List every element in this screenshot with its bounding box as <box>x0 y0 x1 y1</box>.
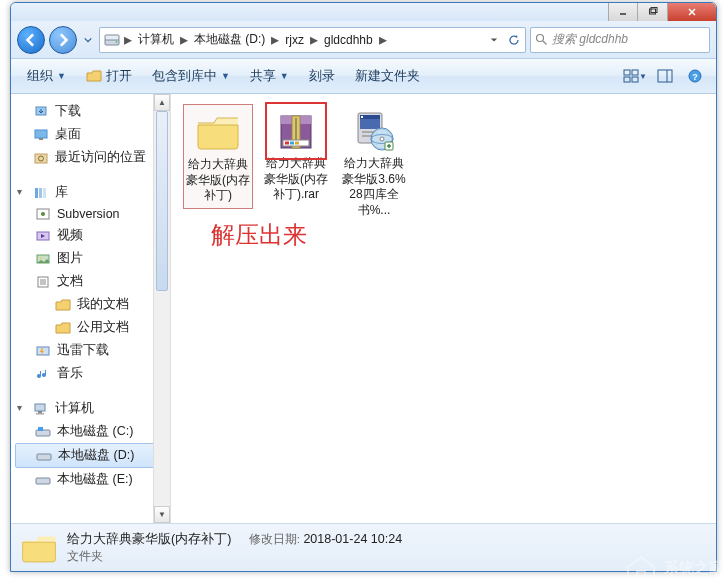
svg-point-8 <box>537 35 544 42</box>
svg-rect-20 <box>39 138 43 140</box>
file-label: 给力大辞典豪华版(内存补丁).rar <box>263 156 329 203</box>
maximize-button[interactable] <box>638 3 668 21</box>
status-name: 给力大辞典豪华版(内存补丁) <box>67 532 231 546</box>
svg-rect-1 <box>649 9 655 14</box>
svg-rect-63 <box>637 571 645 580</box>
scroll-up-icon[interactable]: ▲ <box>154 94 170 111</box>
sidebar-label: 桌面 <box>55 126 81 143</box>
content-pane[interactable]: 给力大辞典豪华版(内存补丁) 给力大辞典豪华版(内存补丁).rar 给力大辞典豪… <box>171 94 716 523</box>
sidebar-item-thunder[interactable]: 迅雷下载 <box>11 339 170 362</box>
file-item-folder[interactable]: 给力大辞典豪华版(内存补丁) <box>183 104 253 209</box>
svg-rect-45 <box>292 116 300 148</box>
organize-button[interactable]: 组织▼ <box>19 63 74 89</box>
minimize-button[interactable] <box>608 3 638 21</box>
status-modlabel: 修改日期: <box>249 533 300 545</box>
refresh-icon[interactable] <box>505 34 523 46</box>
sidebar-libraries[interactable]: 库 <box>11 181 170 204</box>
recent-icon <box>33 151 49 165</box>
rar-icon <box>271 108 321 154</box>
svg-rect-40 <box>38 427 43 431</box>
svg-rect-41 <box>37 454 51 460</box>
svg-rect-2 <box>651 8 657 13</box>
sidebar-item-music[interactable]: 音乐 <box>11 362 170 385</box>
sidebar-item-desktop[interactable]: 桌面 <box>11 123 170 146</box>
breadcrumb-arrow[interactable]: ▸ <box>308 30 320 49</box>
preview-pane-button[interactable] <box>652 65 678 87</box>
expand-icon[interactable]: ▾ <box>17 186 22 197</box>
sidebar-item-downloads[interactable]: 下载 <box>11 100 170 123</box>
svg-rect-55 <box>361 116 363 118</box>
open-button[interactable]: 打开 <box>78 63 140 89</box>
file-item-exe[interactable]: 给力大辞典豪华版3.6%28四库全书%... <box>339 104 409 222</box>
sidebar-label: 下载 <box>55 103 81 120</box>
svg-rect-49 <box>285 142 289 145</box>
chevron-down-icon: ▼ <box>221 71 230 81</box>
svg-rect-46 <box>292 116 300 148</box>
scroll-thumb[interactable] <box>156 111 168 291</box>
sidebar-item-mydocs[interactable]: 我的文档 <box>11 293 170 316</box>
svg-rect-42 <box>36 478 50 484</box>
breadcrumb-arrow[interactable]: ▸ <box>178 30 190 49</box>
svg-rect-38 <box>36 413 44 415</box>
sidebar-label: 文档 <box>57 273 83 290</box>
sidebar-item-subversion[interactable]: Subversion <box>11 204 170 224</box>
breadcrumb-seg-folder2[interactable]: gldcdhhb <box>320 28 377 52</box>
breadcrumb-seg-folder1[interactable]: rjxz <box>281 28 308 52</box>
breadcrumb-seg-drive[interactable]: 本地磁盘 (D:) <box>190 28 269 52</box>
status-type: 文件夹 <box>67 548 402 564</box>
scroll-down-icon[interactable]: ▼ <box>154 506 170 523</box>
watermark: 系统之家 <box>624 553 724 583</box>
forward-button[interactable] <box>49 26 77 54</box>
sidebar-drive-d[interactable]: 本地磁盘 (D:) <box>15 443 166 468</box>
status-moddate: 2018-01-24 10:24 <box>303 532 402 546</box>
burn-button[interactable]: 刻录 <box>301 63 343 89</box>
close-button[interactable] <box>668 3 716 21</box>
status-text: 给力大辞典豪华版(内存补丁) 修改日期: 2018-01-24 10:24 文件… <box>67 531 402 565</box>
file-label: 给力大辞典豪华版3.6%28四库全书%... <box>341 156 407 218</box>
sidebar-item-pictures[interactable]: 图片 <box>11 247 170 270</box>
breadcrumb-seg-computer[interactable]: 计算机 <box>134 28 178 52</box>
share-button[interactable]: 共享▼ <box>242 63 297 89</box>
folder-icon <box>193 109 243 155</box>
toolbar: 组织▼ 打开 包含到库中▼ 共享▼ 刻录 新建文件夹 ▼ ? <box>11 59 716 94</box>
sidebar-computer[interactable]: 计算机 <box>11 397 170 420</box>
svg-rect-44 <box>281 116 311 124</box>
sidebar-drive-c[interactable]: 本地磁盘 (C:) <box>11 420 170 443</box>
sidebar-item-recent[interactable]: 最近访问的位置 <box>11 146 170 169</box>
svg-rect-14 <box>658 70 672 82</box>
breadcrumb-arrow[interactable]: ▸ <box>269 30 281 49</box>
include-button[interactable]: 包含到库中▼ <box>144 63 238 89</box>
search-placeholder: 搜索 gldcdhhb <box>552 31 628 48</box>
status-folder-icon <box>21 530 57 566</box>
breadcrumb-dropdown-icon[interactable] <box>485 36 503 44</box>
breadcrumb-arrow[interactable]: ▸ <box>377 30 389 49</box>
breadcrumb-bar[interactable]: ▸ 计算机 ▸ 本地磁盘 (D:) ▸ rjxz ▸ gldcdhhb ▸ <box>99 27 526 53</box>
svg-rect-6 <box>105 35 119 40</box>
open-icon <box>86 69 102 83</box>
expand-icon[interactable]: ▾ <box>17 402 22 413</box>
view-button[interactable]: ▼ <box>622 65 648 87</box>
sidebar: 下载 桌面 最近访问的位置 ▾ 库 Subversion 视频 <box>11 94 171 523</box>
installer-icon <box>349 108 399 154</box>
file-item-rar[interactable]: 给力大辞典豪华版(内存补丁).rar <box>261 104 331 207</box>
sidebar-item-publicdocs[interactable]: 公用文档 <box>11 316 170 339</box>
svg-rect-24 <box>39 188 42 198</box>
search-box[interactable]: 搜索 gldcdhhb <box>530 27 710 53</box>
sidebar-scrollbar[interactable]: ▲ ▼ <box>153 94 170 523</box>
folder-icon <box>55 298 71 312</box>
sidebar-item-documents[interactable]: 文档 <box>11 270 170 293</box>
nav-history-dropdown[interactable] <box>81 27 95 53</box>
drive-icon <box>35 473 51 487</box>
svg-rect-50 <box>290 142 294 145</box>
status-bar: 给力大辞典豪华版(内存补丁) 修改日期: 2018-01-24 10:24 文件… <box>11 523 716 571</box>
svg-rect-21 <box>35 154 47 163</box>
svg-text:?: ? <box>692 72 698 82</box>
help-button[interactable]: ? <box>682 65 708 87</box>
back-button[interactable] <box>17 26 45 54</box>
file-label: 给力大辞典豪华版(内存补丁) <box>186 157 250 204</box>
sidebar-drive-e[interactable]: 本地磁盘 (E:) <box>11 468 170 491</box>
breadcrumb-arrow[interactable]: ▸ <box>122 30 134 49</box>
newfolder-button[interactable]: 新建文件夹 <box>347 63 428 89</box>
sidebar-item-videos[interactable]: 视频 <box>11 224 170 247</box>
svg-point-27 <box>41 212 45 216</box>
